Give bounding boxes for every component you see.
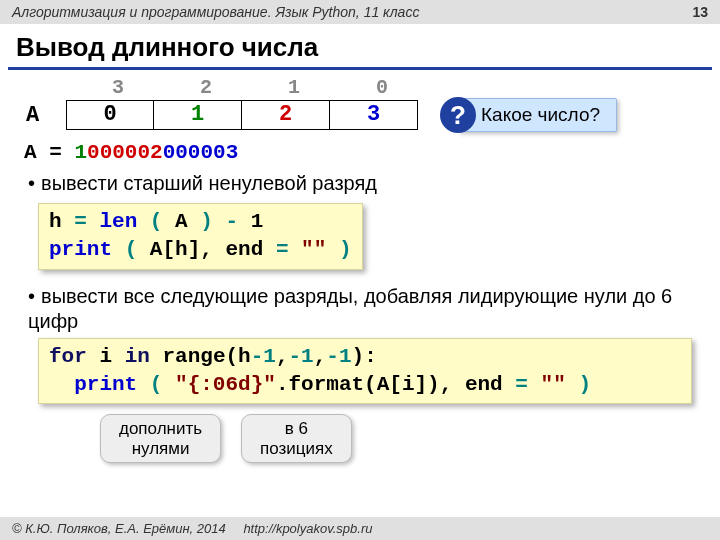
c2-str: "" — [541, 373, 566, 396]
array-label: A — [20, 103, 66, 128]
c2-m2: -1 — [289, 345, 314, 368]
c2-rp: ) — [578, 373, 591, 396]
c2-eq: = — [515, 373, 528, 396]
c1-args: A[h], end — [150, 238, 263, 261]
header-bar: Алгоритмизация и программирование. Язык … — [0, 0, 720, 24]
c2-colon: ): — [352, 345, 377, 368]
c2-in: in — [125, 345, 150, 368]
c2-lp: ( — [150, 373, 163, 396]
pill-pad-zeros: дополнить нулями — [100, 414, 221, 463]
c2-c1: , — [276, 345, 289, 368]
c2-for: for — [49, 345, 87, 368]
array-indices: 3 2 1 0 — [74, 76, 700, 99]
eq-part1: 1 — [74, 141, 87, 164]
bullet-2: вывести все следующие разряды, добавляя … — [28, 284, 700, 334]
c1-len: len — [99, 210, 137, 233]
content: 3 2 1 0 A 0 1 2 3 ? Какое число? A = 100… — [0, 70, 720, 463]
c2-range: range(h — [162, 345, 250, 368]
c2-m3: -1 — [326, 345, 351, 368]
idx-0: 0 — [338, 76, 426, 99]
c1-eq2: = — [276, 238, 289, 261]
cell-1: 1 — [154, 100, 242, 130]
pill-6-positions: в 6 позициях — [241, 414, 352, 463]
footer: © К.Ю. Поляков, Е.А. Ерёмин, 2014 http:/… — [0, 517, 720, 540]
c1-h: h — [49, 210, 62, 233]
question-text: Какое число? — [458, 98, 617, 132]
code-block-1: h = len ( A ) - 1 print ( A[h], end = ""… — [38, 203, 363, 270]
c1-lp2: ( — [125, 238, 138, 261]
footer-link[interactable]: http://kpolyakov.spb.ru — [243, 521, 372, 536]
question-callout: ? Какое число? — [440, 97, 617, 133]
eq-prefix: A = — [24, 141, 74, 164]
array-row: A 0 1 2 3 ? Какое число? — [20, 97, 700, 133]
c1-print: print — [49, 238, 112, 261]
c2-m1: -1 — [251, 345, 276, 368]
question-icon: ? — [440, 97, 476, 133]
c1-rp2: ) — [339, 238, 352, 261]
idx-3: 3 — [74, 76, 162, 99]
c1-eq: = — [74, 210, 87, 233]
course-name: Алгоритмизация и программирование. Язык … — [12, 4, 419, 20]
c1-rp: ) — [200, 210, 213, 233]
c2-fmt: "{:06d}" — [175, 373, 276, 396]
idx-2: 2 — [162, 76, 250, 99]
bullet-1: вывести старший ненулевой разряд — [28, 172, 700, 195]
equation: A = 1000002000003 — [24, 141, 700, 164]
c1-minus: - — [226, 210, 239, 233]
page-number: 13 — [692, 4, 708, 20]
idx-1: 1 — [250, 76, 338, 99]
c1-lp: ( — [150, 210, 163, 233]
cell-3: 3 — [330, 100, 418, 130]
eq-part3: 000003 — [163, 141, 239, 164]
c2-print: print — [49, 373, 137, 396]
c1-one: 1 — [251, 210, 264, 233]
annotation-pills: дополнить нулями в 6 позициях — [100, 414, 700, 463]
footer-credit: © К.Ю. Поляков, Е.А. Ерёмин, 2014 — [12, 521, 226, 536]
cell-2: 2 — [242, 100, 330, 130]
c2-c2: , — [314, 345, 327, 368]
c2-rest: .format(A[i]), end — [276, 373, 503, 396]
cell-0: 0 — [66, 100, 154, 130]
c1-a: A — [175, 210, 188, 233]
c1-str: "" — [301, 238, 326, 261]
eq-part2: 000002 — [87, 141, 163, 164]
c2-i: i — [99, 345, 112, 368]
code-block-2: for i in range(h-1,-1,-1): print ( "{:06… — [38, 338, 692, 405]
page-title: Вывод длинного числа — [16, 32, 704, 63]
